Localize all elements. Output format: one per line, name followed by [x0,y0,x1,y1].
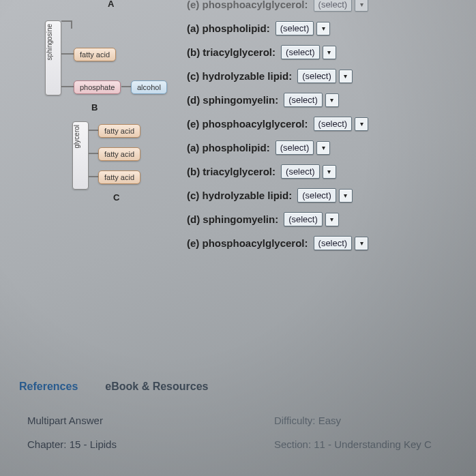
q-label-1c: (c) hydrolyzable lipid: [187,70,292,82]
chevron-down-icon[interactable]: ▾ [325,213,339,226]
select-display-2a[interactable]: (select) [276,140,314,155]
chevron-down-icon[interactable]: ▾ [323,46,336,59]
bottom-tabs: References eBook & Resources [19,381,208,393]
select-display-2d[interactable]: (select) [284,212,323,226]
meta-chapter: Chapter: 15 - Lipids [27,438,274,450]
diagram-label-a: A [108,0,114,9]
chevron-down-icon[interactable]: ▾ [323,165,336,179]
q-label-1a: (a) phospholipid: [187,23,270,34]
q-label-2a: (a) phospholipid: [187,142,270,153]
alcohol-node: alcohol [131,80,167,94]
phosphate-node: phosphate [74,80,121,94]
meta-panel: Multipart Answer Difficulty: Easy Chapte… [27,405,476,462]
q-label-2b: (b) triacylglycerol: [187,166,276,177]
select-display-1d[interactable]: (select) [284,93,323,107]
glycerol-backbone: glycerol [72,121,89,190]
chevron-down-icon[interactable]: ▾ [316,141,330,155]
chevron-down-icon[interactable]: ▾ [325,93,339,107]
select-display-2e[interactable]: (select) [314,236,353,250]
q-label-1b: (b) triacylglycerol: [187,46,276,58]
select-display-2c[interactable]: (select) [297,188,336,203]
chevron-down-icon[interactable]: ▾ [339,70,353,83]
q-label-1e: (e) phosphoacylglycerol: [187,118,308,130]
meta-section: Section: 11 - Understanding Key C [274,438,476,450]
chevron-down-icon[interactable]: ▾ [339,189,353,203]
select-display-1e[interactable]: (select) [314,117,353,131]
chevron-down-icon[interactable]: ▾ [355,0,368,12]
chevron-down-icon[interactable]: ▾ [355,237,368,250]
select-display-2b[interactable]: (select) [281,164,320,179]
chevron-down-icon[interactable]: ▾ [316,22,330,35]
q-label-2d: (d) sphingomyelin: [187,213,278,225]
diagram-panel: A sphingosine fatty acid phosphate alcoh… [4,3,175,260]
chevron-down-icon[interactable]: ▾ [355,117,368,131]
select-display-prev-e[interactable]: (select) [314,0,353,12]
q-label-2e: (e) phosphoacylglycerol: [187,237,308,249]
question-panel: (e) phosphoacylglycerol: (select) ▾ (a) … [175,3,472,260]
tab-ebook-resources[interactable]: eBook & Resources [105,381,208,393]
glycerol-label: glycerol [73,122,80,151]
q-label-prev-e: (e) phosphoacylglycerol: [187,0,308,10]
select-display-1a[interactable]: (select) [276,21,314,35]
diagram-label-b: B [91,102,98,113]
q-label-1d: (d) sphingomyelin: [187,94,278,106]
sphingosine-label: sphingosine [46,21,53,63]
meta-multipart: Multipart Answer [27,415,274,426]
tab-references[interactable]: References [19,381,78,393]
q-label-2c: (c) hydrolyzable lipid: [187,190,292,201]
fatty-acid-node-c1: fatty acid [98,124,140,138]
select-display-1c[interactable]: (select) [297,69,336,83]
fatty-acid-node-b: fatty acid [74,48,116,61]
fatty-acid-node-c2: fatty acid [98,147,140,161]
meta-difficulty: Difficulty: Easy [274,415,476,426]
select-display-1b[interactable]: (select) [281,45,320,59]
fatty-acid-node-c3: fatty acid [98,170,140,184]
diagram-label-c: C [113,192,119,203]
sphingosine-backbone: sphingosine [45,20,61,95]
